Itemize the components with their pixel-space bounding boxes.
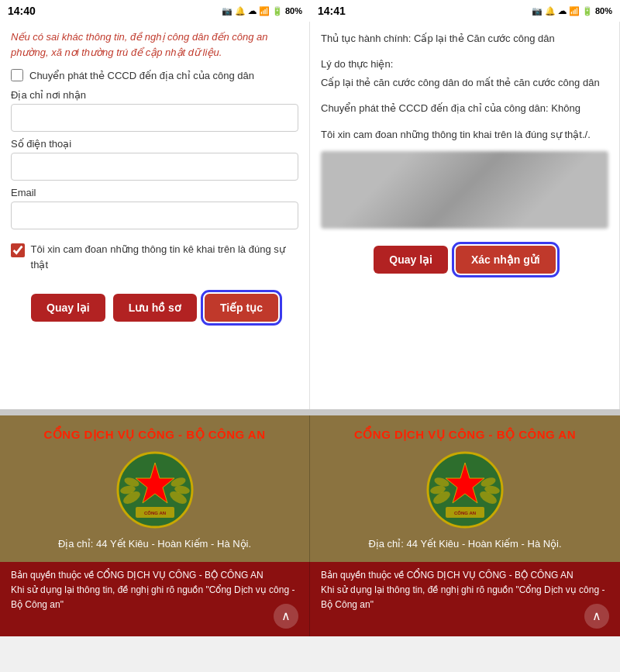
left-panel: Nếu có sai khác thông tin, đề nghị công … [0, 22, 310, 409]
left-form: Nếu có sai khác thông tin, đề nghị công … [0, 22, 310, 409]
left-footer-line1: Bản quyền thuộc về CỔNG DỊCH VỤ CÔNG - B… [11, 568, 298, 583]
review-line-3: Chuyển phát thẻ CCCD đến địa chỉ của côn… [321, 99, 608, 117]
svg-text:CÔNG AN: CÔNG AN [143, 510, 165, 515]
right-footer-line2: Khi sử dụng lại thông tin, đề nghị ghi r… [321, 583, 609, 612]
email-label: Email [11, 187, 298, 198]
left-emblem: CÔNG AN [116, 451, 194, 529]
delivery-checkbox-row: Chuyển phát thẻ CCCD đến địa chỉ của côn… [11, 69, 298, 81]
footer-bars: Bản quyền thuộc về CỔNG DỊCH VỤ CÔNG - B… [0, 562, 620, 636]
right-footer-line1: Bản quyền thuộc về CỔNG DỊCH VỤ CÔNG - B… [321, 568, 609, 583]
right-back-button[interactable]: Quay lại [374, 246, 448, 274]
agree-label: Tôi xin cam đoan những thông tin kê khai… [31, 242, 298, 272]
review-line-1: Thủ tục hành chính: Cấp lại thẻ Căn cước… [321, 29, 608, 47]
address-label: Địa chỉ nơi nhận [11, 89, 298, 101]
delivery-checkbox[interactable] [11, 69, 23, 81]
right-panel: Thủ tục hành chính: Cấp lại thẻ Căn cước… [310, 22, 620, 409]
left-btn-row: Quay lại Lưu hồ sơ Tiếp tục [11, 284, 298, 334]
continue-button[interactable]: Tiếp tục [205, 294, 278, 322]
right-scroll-up-button[interactable]: ∧ [584, 604, 609, 629]
review-line-2: Lý do thực hiện:Cấp lại thẻ căn cước côn… [321, 55, 608, 91]
right-time: 14:41 [318, 5, 346, 17]
right-status-bar: 14:41 📷 🔔 ☁ 📶 🔋 80% [310, 0, 620, 22]
phone-input[interactable] [11, 153, 298, 181]
agree-checkbox[interactable] [11, 243, 25, 257]
right-portal-title: CỔNG DỊCH VỤ CÔNG - BỘ CÔNG AN [354, 428, 576, 442]
delivery-label: Chuyển phát thẻ CCCD đến địa chỉ của côn… [29, 70, 254, 81]
warning-text: Nếu có sai khác thông tin, đề nghị công … [11, 29, 298, 60]
right-emblem: CÔNG AN [426, 451, 504, 529]
scroll-up-icon-right: ∧ [592, 606, 601, 626]
main-panels: Nếu có sai khác thông tin, đề nghị công … [0, 22, 620, 409]
address-input[interactable] [11, 104, 298, 132]
right-btn-row: Quay lại Xác nhận gửi [321, 236, 608, 286]
svg-text:CÔNG AN: CÔNG AN [454, 510, 476, 515]
confirm-button[interactable]: Xác nhận gửi [456, 246, 556, 274]
email-input[interactable] [11, 202, 298, 229]
right-address: Địa chỉ: 44 Yết Kiêu - Hoàn Kiếm - Hà Nộ… [368, 538, 561, 550]
agree-checkbox-row: Tôi xin cam đoan những thông tin kê khai… [11, 242, 298, 272]
save-button[interactable]: Lưu hồ sơ [113, 294, 197, 322]
review-content: Thủ tục hành chính: Cấp lại thẻ Căn cước… [321, 29, 608, 143]
left-bottom-panel: CỔNG DỊCH VỤ CÔNG - BỘ CÔNG AN CÔNG AN Đ… [0, 415, 310, 562]
left-time: 14:40 [8, 5, 36, 17]
section-divider [0, 409, 620, 415]
left-back-button[interactable]: Quay lại [31, 294, 105, 322]
status-bars: 14:40 📷 🔔 ☁ 📶 🔋 80% 14:41 📷 🔔 ☁ 📶 🔋 80% [0, 0, 620, 22]
left-address: Địa chỉ: 44 Yết Kiêu - Hoàn Kiếm - Hà Nộ… [58, 538, 251, 550]
right-status-icons: 📷 🔔 ☁ 📶 🔋 80% [532, 6, 612, 16]
right-bottom-panel: CỔNG DỊCH VỤ CÔNG - BỘ CÔNG AN CÔNG AN Đ… [310, 415, 620, 562]
left-footer: Bản quyền thuộc về CỔNG DỊCH VỤ CÔNG - B… [0, 562, 310, 636]
right-footer: Bản quyền thuộc về CỔNG DỊCH VỤ CÔNG - B… [310, 562, 620, 636]
left-status-icons: 📷 🔔 ☁ 📶 🔋 80% [222, 6, 302, 16]
scroll-up-icon: ∧ [281, 606, 291, 626]
signature-image [321, 151, 608, 229]
bottom-panels: CỔNG DỊCH VỤ CÔNG - BỘ CÔNG AN CÔNG AN Đ… [0, 415, 620, 562]
review-line-4: Tôi xin cam đoan những thông tin khai tr… [321, 126, 608, 143]
left-portal-title: CỔNG DỊCH VỤ CÔNG - BỘ CÔNG AN [44, 428, 266, 442]
phone-label: Số điện thoại [11, 138, 298, 150]
right-review: Thủ tục hành chính: Cấp lại thẻ Căn cước… [310, 22, 620, 409]
left-scroll-up-button[interactable]: ∧ [274, 604, 298, 629]
left-footer-line2: Khi sử dụng lại thông tin, đề nghị ghi r… [11, 583, 298, 612]
left-status-bar: 14:40 📷 🔔 ☁ 📶 🔋 80% [0, 0, 310, 22]
